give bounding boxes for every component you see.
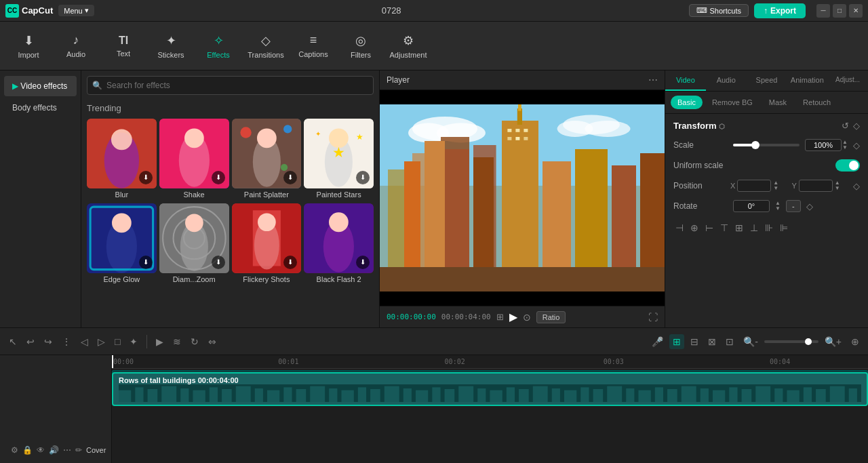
tab-animation[interactable]: Animation [787, 71, 827, 91]
export-button[interactable]: ↑ Export [754, 3, 806, 18]
grid-icon[interactable]: ⊞ [496, 312, 504, 322]
download-shake-icon[interactable]: ⬇ [212, 171, 225, 184]
zoom-out-button[interactable]: 🔍- [740, 334, 762, 349]
scale-keyframe-button[interactable]: ◇ [853, 140, 860, 150]
track-lock-button[interactable]: 🔒 [22, 445, 33, 455]
track-settings-button[interactable]: ⚙ [11, 445, 18, 455]
fullscreen-button[interactable]: ⛶ [648, 312, 658, 323]
delete-button[interactable]: □ [111, 334, 123, 349]
align-top-button[interactable]: ⊤ [718, 220, 730, 235]
align-left-button[interactable]: ⊣ [673, 220, 686, 235]
scale-slider[interactable] [733, 144, 800, 146]
zoom-in-button[interactable]: 🔍+ [821, 334, 845, 349]
sub-tab-mask[interactable]: Mask [762, 96, 793, 109]
merge-button[interactable]: ⊟ [687, 334, 702, 349]
tab-speed[interactable]: Speed [747, 71, 787, 91]
tool-filters[interactable]: ◎ Filters [338, 24, 384, 68]
rotate-down-button[interactable]: ▼ [775, 206, 781, 212]
rotate-input[interactable] [733, 200, 770, 212]
video-effects-button[interactable]: ▶ Video effects [4, 76, 77, 96]
keyframe-transform-button[interactable]: ◇ [853, 121, 860, 131]
fit-button[interactable]: ⊕ [848, 334, 863, 349]
body-effects-button[interactable]: Body effects [4, 98, 77, 118]
link-clips-button[interactable]: ⊞ [669, 334, 684, 349]
menu-button[interactable]: Menu ▾ [58, 5, 94, 16]
scale-down-button[interactable]: ▼ [842, 145, 848, 150]
align-distribute-v-button[interactable]: ⊫ [778, 220, 790, 235]
scale-slider-thumb[interactable] [751, 141, 760, 149]
split-button[interactable]: ⋮ [58, 334, 75, 349]
crop-button[interactable]: ✦ [126, 334, 141, 349]
track-visibility-button[interactable]: 👁 [37, 445, 45, 455]
position-x-input[interactable]: 0 [737, 180, 771, 192]
record-button[interactable]: 🎤 [648, 334, 667, 349]
effect-shake[interactable]: ⬇ Shake [159, 119, 229, 201]
sub-tab-retouch[interactable]: Retouch [796, 96, 837, 109]
rotate-keyframe-button[interactable]: ◇ [806, 201, 813, 212]
tool-transitions[interactable]: ◇ Transitions [243, 24, 289, 68]
zoom-slider-thumb[interactable] [805, 338, 812, 345]
download-edge-icon[interactable]: ⬇ [139, 256, 153, 269]
split-left-button[interactable]: ◁ [77, 334, 92, 349]
ratio-button[interactable]: Ratio [536, 311, 566, 323]
add-track-button[interactable]: ⊡ [722, 334, 737, 349]
redo-button[interactable]: ↪ [41, 334, 56, 349]
player-menu-button[interactable]: ⋯ [648, 75, 658, 85]
track-edit-button[interactable]: ✏ [75, 445, 82, 455]
download-paint-icon[interactable]: ⬇ [283, 171, 297, 184]
shortcuts-button[interactable]: ⌨ Shortcuts [689, 4, 749, 17]
rotate-neg-button[interactable]: - [786, 200, 801, 212]
split-audio-button[interactable]: ⊠ [705, 334, 719, 349]
maximize-button[interactable]: □ [833, 4, 846, 18]
tool-audio[interactable]: ♪ Audio [53, 24, 99, 68]
search-input[interactable] [87, 76, 374, 95]
tool-import[interactable]: ⬇ Import [5, 24, 52, 68]
track-volume-button[interactable]: 🔊 [49, 445, 59, 455]
tab-video[interactable]: Video [665, 71, 706, 91]
download-blur-icon[interactable]: ⬇ [139, 171, 153, 184]
effect-black-flash[interactable]: ⬇ Black Flash 2 [304, 203, 374, 285]
tool-captions[interactable]: ≡ Captions [290, 24, 336, 68]
tool-adjustment[interactable]: ⚙ Adjustment [385, 24, 431, 68]
align-right-button[interactable]: ⊢ [703, 220, 715, 235]
minimize-button[interactable]: ─ [816, 4, 830, 18]
track-more-button[interactable]: ⋯ [63, 445, 71, 455]
effect-flickery-shots[interactable]: ⬇ Flickery Shots [232, 203, 302, 285]
cursor-tool[interactable]: ↖ [5, 334, 20, 349]
tool-effects[interactable]: ✧ Effects [195, 24, 241, 68]
play-timeline-button[interactable]: ▶ [153, 334, 167, 349]
close-button[interactable]: ✕ [849, 4, 863, 18]
download-blackflash-icon[interactable]: ⬇ [356, 256, 370, 269]
uniform-scale-toggle[interactable] [835, 159, 860, 172]
undo-button[interactable]: ↩ [23, 334, 38, 349]
tab-adjustment[interactable]: Adjust... [827, 71, 868, 91]
tool-text[interactable]: TI Text [100, 24, 146, 68]
effect-paint-splatter[interactable]: ⬇ Paint Splatter [232, 119, 302, 201]
align-bottom-button[interactable]: ⊥ [748, 220, 760, 235]
scale-input[interactable] [805, 139, 842, 151]
zoom-slider[interactable] [764, 340, 818, 343]
sub-tab-basic[interactable]: Basic [671, 96, 703, 109]
sub-tab-removebg[interactable]: Remove BG [705, 96, 760, 109]
effect-diam-zoom[interactable]: ⬇ Diam...Zoom [159, 203, 229, 285]
ripple-button[interactable]: ≋ [170, 334, 184, 349]
download-diam-icon[interactable]: ⬇ [212, 256, 225, 269]
reset-transform-button[interactable]: ↺ [842, 121, 849, 131]
download-flicker-icon[interactable]: ⬇ [283, 256, 297, 269]
play-button[interactable]: ▶ [509, 310, 517, 323]
effect-blur[interactable]: ⬇ Blur [87, 119, 157, 201]
video-clip[interactable]: Rows of tall buildings 00:00:04:00 [112, 372, 868, 406]
position-keyframe-button[interactable]: ◇ [853, 181, 860, 191]
screenshot-button[interactable]: ⊙ [523, 312, 531, 323]
align-distribute-h-button[interactable]: ⊪ [763, 220, 775, 235]
tab-audio[interactable]: Audio [706, 71, 747, 91]
align-center-v-button[interactable]: ⊞ [733, 220, 745, 235]
effect-edge-glow[interactable]: ⬇ Edge Glow [87, 203, 157, 285]
position-y-input[interactable]: 0 [799, 180, 833, 192]
y-down-button[interactable]: ▼ [835, 186, 840, 191]
rotate-cw-button[interactable]: ↻ [187, 334, 202, 349]
download-stars-icon[interactable]: ⬇ [356, 171, 370, 184]
flip-button[interactable]: ⇔ [205, 334, 220, 349]
tool-stickers[interactable]: ✦ Stickers [148, 24, 194, 68]
align-center-h-button[interactable]: ⊕ [688, 220, 701, 235]
